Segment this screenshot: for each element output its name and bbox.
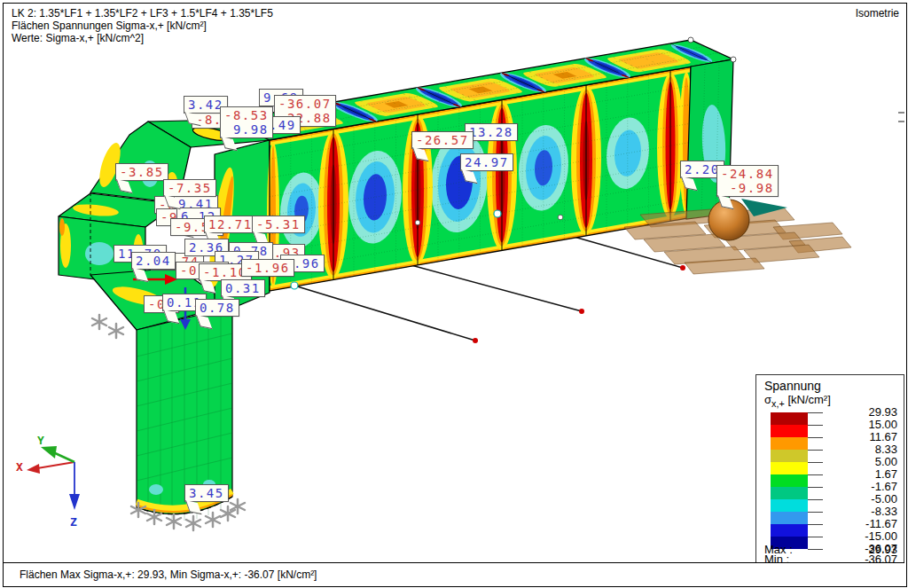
value-label: 24.97 — [460, 153, 513, 171]
legend-tick-label: 5.00 — [826, 456, 897, 468]
result-type-line: Flächen Spannungen Sigma-x,+ [kN/cm²] — [12, 20, 207, 32]
legend-band — [771, 437, 808, 450]
svg-text:X: X — [16, 460, 23, 474]
legend-band — [771, 512, 808, 524]
legend-sigma: σx,+ [kN/cm²] — [764, 393, 831, 409]
legend-tick-label: -11.67 — [826, 518, 897, 530]
legend-tick-label: 1.67 — [826, 468, 897, 481]
legend-title: Spannung — [764, 379, 821, 393]
value-label: -3.85 — [115, 163, 168, 181]
status-text: Flächen Max Sigma-x,+: 29.93, Min Sigma-… — [20, 568, 317, 581]
legend-band — [771, 425, 808, 437]
value-label: 0.31 — [221, 279, 265, 297]
model-viewport[interactable]: X Y Z LK 2: 1.35*LF1 + 1.35*LF2 + LF3 + … — [4, 4, 904, 563]
value-label: -26.57 — [411, 131, 474, 149]
value-label: 12.71 — [204, 216, 257, 233]
legend-min-value: -36.07 — [865, 553, 897, 563]
legend-tick-label: 8.33 — [826, 443, 897, 456]
legend-tick-label: 29.93 — [826, 406, 897, 419]
legend-tick-mark — [808, 425, 823, 426]
legend-band — [771, 474, 808, 487]
legend-band — [771, 450, 808, 462]
status-bar: Flächen Max Sigma-x,+: 29.93, Min Sigma-… — [4, 563, 906, 586]
svg-text:Z: Z — [70, 515, 77, 529]
value-label: 0.78 — [195, 299, 239, 317]
value-label: 2.04 — [131, 252, 176, 270]
coordinate-axes: X Y Z — [16, 434, 80, 529]
legend-band — [771, 524, 808, 537]
legend-tick-mark — [808, 549, 823, 550]
right-edge-mark — [898, 112, 904, 122]
svg-text:Y: Y — [37, 434, 44, 447]
combination-line: LK 2: 1.35*LF1 + 1.35*LF2 + LF3 + 1.5*LF… — [12, 7, 273, 20]
legend-tick-label: -5.00 — [826, 493, 897, 506]
legend-tick-mark — [808, 512, 823, 513]
legend-min-label: Min : — [764, 553, 789, 563]
legend-tick-label: 11.67 — [826, 431, 897, 443]
legend-tick-mark — [808, 499, 823, 500]
legend-tick-mark — [808, 437, 823, 438]
legend-tick-mark — [808, 537, 823, 537]
legend-tick-mark — [808, 412, 823, 413]
legend-band — [771, 412, 808, 425]
legend-band — [771, 487, 808, 499]
value-label: 3.45 — [184, 484, 229, 502]
view-label: Isometrie — [856, 7, 899, 20]
legend-tick-mark — [808, 450, 823, 451]
legend-band — [771, 462, 808, 474]
legend-tick-mark — [808, 487, 823, 488]
legend-panel: Spannung σx,+ [kN/cm²] 29.9315.0011.678.… — [755, 374, 904, 563]
legend-tick-label: -1.67 — [826, 481, 897, 493]
result-header: LK 2: 1.35*LF1 + 1.35*LF2 + LF3 + 1.5*LF… — [12, 7, 273, 44]
legend-tick-mark — [808, 524, 823, 525]
value-label: -8.539.98 — [220, 106, 273, 138]
value-label: -5.31 — [252, 216, 305, 233]
legend-tick-label: -15.00 — [826, 530, 897, 543]
legend-tick-mark — [808, 474, 823, 475]
values-line: Werte: Sigma-x,+ [kN/cm^2] — [12, 32, 144, 44]
app-window: X Y Z LK 2: 1.35*LF1 + 1.35*LF2 + LF3 + … — [3, 3, 907, 587]
legend-tick-mark — [808, 462, 823, 463]
legend-band — [771, 499, 808, 512]
value-label: -7.35 — [163, 179, 216, 197]
legend-tick-label: -8.33 — [826, 506, 897, 518]
value-label: -1.96 — [241, 259, 294, 277]
value-label: -24.84-9.98 — [716, 165, 779, 197]
legend-tick-label: 15.00 — [826, 419, 897, 431]
